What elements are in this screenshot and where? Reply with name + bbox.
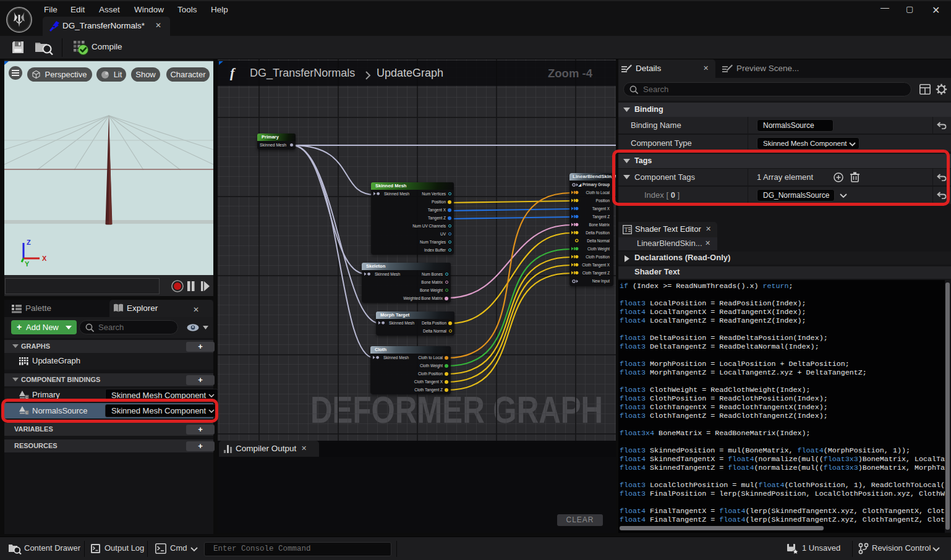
svg-text:X: X bbox=[42, 255, 47, 262]
svg-text:T: T bbox=[625, 226, 628, 233]
svg-text:Z: Z bbox=[27, 239, 31, 246]
svg-text:Y: Y bbox=[25, 260, 30, 268]
